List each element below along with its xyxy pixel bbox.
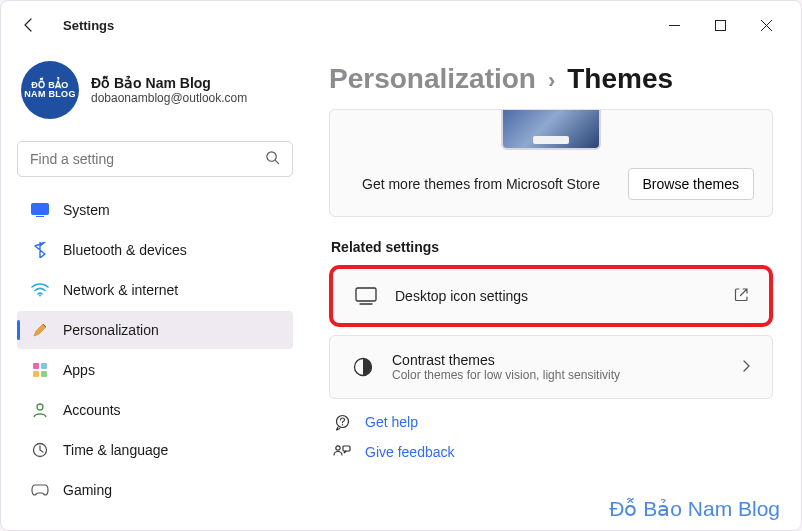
maximize-icon (715, 20, 726, 31)
theme-preview-thumbnail[interactable] (501, 110, 601, 150)
related-settings-header: Related settings (331, 239, 773, 255)
desktop-icon-settings-row[interactable]: Desktop icon settings (329, 265, 773, 327)
sidebar-item-label: Bluetooth & devices (63, 242, 187, 258)
svg-point-15 (336, 446, 340, 450)
chevron-right-icon: › (548, 68, 555, 94)
contrast-themes-row[interactable]: Contrast themes Color themes for low vis… (329, 335, 773, 399)
sidebar-item-label: Accounts (63, 402, 121, 418)
row-title: Desktop icon settings (395, 288, 716, 304)
theme-preview-row (330, 110, 772, 154)
contrast-icon (352, 356, 374, 378)
svg-rect-11 (356, 288, 376, 301)
sidebar-item-label: Time & language (63, 442, 168, 458)
breadcrumb: Personalization › Themes (329, 63, 773, 95)
avatar: ĐỖ BẢO NAM BLOG (21, 61, 79, 119)
svg-point-1 (267, 151, 276, 160)
wifi-icon (31, 281, 49, 299)
sidebar-item-label: Gaming (63, 482, 112, 498)
back-button[interactable] (13, 9, 45, 41)
minimize-icon (669, 20, 680, 31)
svg-point-9 (37, 404, 43, 410)
link-label: Give feedback (365, 444, 455, 460)
breadcrumb-current: Themes (567, 63, 673, 95)
apps-icon (31, 361, 49, 379)
svg-rect-2 (32, 204, 49, 215)
svg-rect-8 (41, 371, 47, 377)
open-external-icon (734, 287, 749, 306)
store-message: Get more themes from Microsoft Store (362, 176, 600, 192)
svg-point-4 (39, 295, 41, 297)
svg-rect-6 (41, 363, 47, 369)
nav: System Bluetooth & devices Network & int… (17, 191, 293, 509)
personalization-icon (31, 321, 49, 339)
themes-card: Get more themes from Microsoft Store Bro… (329, 109, 773, 217)
sidebar-item-network[interactable]: Network & internet (17, 271, 293, 309)
chevron-right-icon (740, 358, 752, 376)
avatar-text: ĐỖ BẢO NAM BLOG (21, 81, 79, 100)
row-title: Contrast themes (392, 352, 722, 368)
svg-rect-5 (33, 363, 39, 369)
bluetooth-icon (31, 241, 49, 259)
minimize-button[interactable] (651, 9, 697, 41)
link-label: Get help (365, 414, 418, 430)
accounts-icon (31, 401, 49, 419)
sidebar-item-accounts[interactable]: Accounts (17, 391, 293, 429)
sidebar-item-apps[interactable]: Apps (17, 351, 293, 389)
browse-themes-button[interactable]: Browse themes (628, 168, 754, 200)
content: Personalization › Themes Get more themes… (309, 49, 801, 530)
system-icon (31, 201, 49, 219)
sidebar-item-gaming[interactable]: Gaming (17, 471, 293, 509)
close-icon (761, 20, 772, 31)
svg-rect-7 (33, 371, 39, 377)
sidebar: ĐỖ BẢO NAM BLOG Đỗ Bảo Nam Blog dobaonam… (1, 49, 309, 530)
sidebar-item-bluetooth[interactable]: Bluetooth & devices (17, 231, 293, 269)
row-subtitle: Color themes for low vision, light sensi… (392, 368, 722, 382)
search-box[interactable] (17, 141, 293, 177)
help-icon (333, 413, 351, 431)
breadcrumb-parent[interactable]: Personalization (329, 63, 536, 95)
sidebar-item-label: System (63, 202, 110, 218)
sidebar-item-label: Network & internet (63, 282, 178, 298)
sidebar-item-system[interactable]: System (17, 191, 293, 229)
clock-icon (31, 441, 49, 459)
search-input[interactable] (30, 151, 265, 167)
profile-block[interactable]: ĐỖ BẢO NAM BLOG Đỗ Bảo Nam Blog dobaonam… (17, 57, 293, 135)
arrow-left-icon (21, 17, 37, 33)
profile-email: dobaonamblog@outlook.com (91, 91, 247, 105)
svg-rect-16 (343, 446, 350, 451)
gaming-icon (31, 481, 49, 499)
desktop-icon (355, 285, 377, 307)
sidebar-item-time-language[interactable]: Time & language (17, 431, 293, 469)
profile-name: Đỗ Bảo Nam Blog (91, 75, 247, 91)
titlebar: Settings (1, 1, 801, 49)
window-title: Settings (63, 18, 114, 33)
svg-point-14 (341, 424, 342, 425)
sidebar-item-label: Apps (63, 362, 95, 378)
search-icon (265, 150, 280, 169)
close-button[interactable] (743, 9, 789, 41)
svg-rect-3 (36, 216, 44, 217)
sidebar-item-label: Personalization (63, 322, 159, 338)
give-feedback-link[interactable]: Give feedback (333, 443, 773, 461)
sidebar-item-personalization[interactable]: Personalization (17, 311, 293, 349)
maximize-button[interactable] (697, 9, 743, 41)
feedback-icon (333, 443, 351, 461)
get-help-link[interactable]: Get help (333, 413, 773, 431)
svg-rect-0 (715, 20, 725, 30)
